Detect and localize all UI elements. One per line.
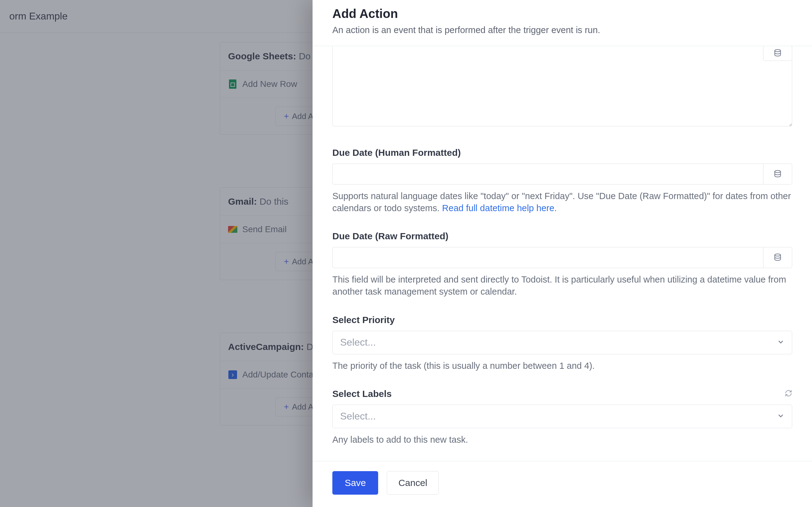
field-labels: Select Labels Select... Any labels to ad… (333, 389, 792, 446)
datetime-help-link[interactable]: Read full datetime help here (442, 203, 555, 213)
field-label: Select Priority (333, 315, 395, 325)
field-help: This field will be interpreted and sent … (333, 274, 792, 298)
field-priority: Select Priority Select... The priority o… (333, 315, 792, 372)
field-help: The priority of the task (this is usuall… (333, 360, 792, 372)
svg-point-0 (775, 50, 781, 52)
cancel-button[interactable]: Cancel (387, 471, 439, 495)
database-icon (773, 49, 782, 57)
svg-point-1 (775, 170, 781, 172)
field-due-date-raw: Due Date (Raw Formatted) This field will… (333, 231, 792, 298)
note-textarea-wrap (333, 46, 792, 128)
help-text-after: . (554, 203, 557, 213)
help-text-before: Supports natural language dates like "to… (333, 191, 791, 213)
panel-footer: Save Cancel (312, 461, 812, 507)
insert-data-button[interactable] (763, 164, 792, 184)
insert-data-button[interactable] (763, 46, 792, 61)
panel-header: Add Action An action is an event that is… (312, 0, 812, 46)
due-date-raw-input[interactable] (333, 247, 763, 268)
field-label: Select Labels (333, 389, 392, 399)
field-help: Supports natural language dates like "to… (333, 190, 792, 214)
panel-subtitle: An action is an event that is performed … (333, 25, 792, 35)
due-date-human-input[interactable] (333, 164, 763, 184)
save-button[interactable]: Save (333, 471, 378, 495)
note-textarea[interactable] (333, 46, 792, 126)
field-due-date-human: Due Date (Human Formatted) Supports natu… (333, 148, 792, 214)
insert-data-button[interactable] (763, 247, 792, 268)
svg-point-2 (775, 254, 781, 256)
priority-select[interactable]: Select... (333, 331, 792, 354)
field-label: Due Date (Raw Formatted) (333, 231, 448, 241)
field-help: Any labels to add to this new task. (333, 434, 792, 446)
labels-select[interactable]: Select... (333, 405, 792, 428)
panel-body: Due Date (Human Formatted) Supports natu… (312, 46, 812, 461)
database-icon (773, 170, 782, 178)
database-icon (773, 253, 782, 262)
field-label: Due Date (Human Formatted) (333, 148, 461, 158)
panel-title: Add Action (333, 7, 792, 21)
add-action-panel: Add Action An action is an event that is… (312, 0, 812, 507)
refresh-icon[interactable] (785, 390, 792, 398)
